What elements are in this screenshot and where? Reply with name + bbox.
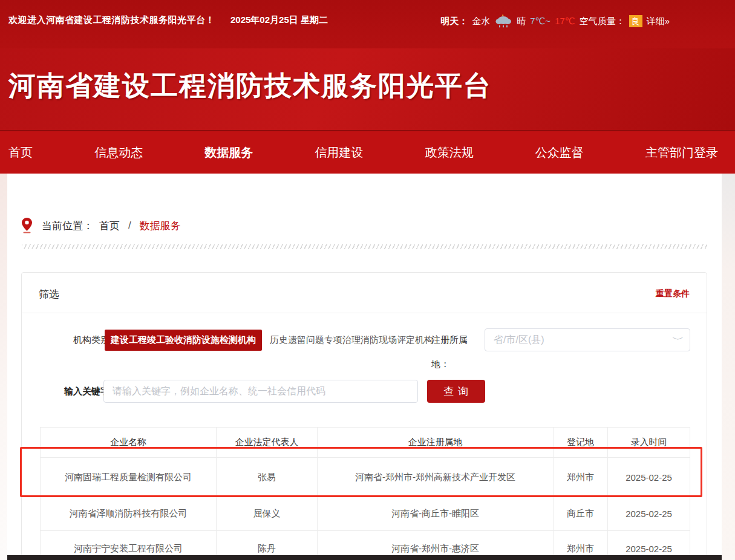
breadcrumb-home[interactable]: 首页 bbox=[99, 219, 120, 233]
column-header: 企业名称 bbox=[41, 428, 217, 458]
category-option-1[interactable]: 历史遗留问题专项治理消防现场评定机构 bbox=[270, 334, 433, 346]
temp-high: 17℃ bbox=[555, 16, 575, 27]
site-banner: 河南省建设工程消防技术服务阳光平台 bbox=[0, 48, 735, 130]
column-header: 企业法定代表人 bbox=[217, 428, 318, 458]
table-cell: 2025-02-25 bbox=[608, 458, 690, 497]
nav-item-4[interactable]: 政策法规 bbox=[425, 145, 474, 161]
nav-item-2[interactable]: 数据服务 bbox=[204, 145, 253, 161]
nav-item-0[interactable]: 首页 bbox=[8, 145, 33, 161]
weather-condition: 晴 bbox=[517, 16, 526, 27]
date-text: 2025年02月25日 星期二 bbox=[230, 15, 328, 26]
filter-card-header: 筛选 重置条件 bbox=[22, 273, 707, 313]
weather-detail-link[interactable]: 详细» bbox=[647, 16, 670, 27]
table-cell: 商丘市 bbox=[554, 497, 608, 531]
result-table: 企业名称企业法定代表人企业注册属地登记地录入时间 河南固瑞工程质量检测有限公司张… bbox=[40, 427, 690, 560]
table-cell: 河南固瑞工程质量检测有限公司 bbox=[41, 458, 217, 497]
region-select-placeholder: 省/市/区(县) bbox=[494, 334, 544, 347]
chevron-down-icon: ﹀ bbox=[672, 334, 684, 345]
weather-widget: 明天： 金水 晴 7℃~ 17℃ 空气质量： 良 详细» bbox=[440, 15, 670, 28]
cloud-rain-icon bbox=[494, 15, 512, 28]
filter-row-category: 机构类别： 建设工程竣工验收消防设施检测机构历史遗留问题专项治理消防现场评定机构… bbox=[22, 328, 708, 352]
table-cell: 张易 bbox=[217, 458, 318, 497]
column-header: 企业注册属地 bbox=[318, 428, 554, 458]
category-options: 建设工程竣工验收消防设施检测机构历史遗留问题专项治理消防现场评定机构 bbox=[105, 328, 433, 352]
table-cell: 河南省-郑州市-郑州高新技术产业开发区 bbox=[318, 458, 554, 497]
filter-card: 筛选 重置条件 机构类别： 建设工程竣工验收消防设施检测机构历史遗留问题专项治理… bbox=[21, 272, 707, 560]
category-option-0[interactable]: 建设工程竣工验收消防设施检测机构 bbox=[105, 330, 262, 351]
nav-item-6[interactable]: 主管部门登录 bbox=[645, 145, 718, 161]
nav-item-1[interactable]: 信息动态 bbox=[94, 145, 143, 161]
weather-tomorrow-label: 明天： bbox=[440, 16, 468, 27]
column-header: 录入时间 bbox=[608, 428, 690, 458]
right-edge-band bbox=[722, 174, 735, 560]
breadcrumb-current: 数据服务 bbox=[140, 219, 181, 233]
air-quality-label: 空气质量： bbox=[580, 16, 625, 27]
table-cell: 河南省-商丘市-睢阳区 bbox=[318, 497, 554, 531]
stripe-divider bbox=[22, 244, 708, 249]
region-label: 注册所属地： bbox=[431, 328, 485, 352]
breadcrumb: 当前位置： 首页 / 数据服务 bbox=[22, 218, 181, 233]
nav-item-3[interactable]: 信用建设 bbox=[315, 145, 363, 161]
reset-filters-link[interactable]: 重置条件 bbox=[656, 288, 690, 299]
welcome-text: 欢迎进入河南省建设工程消防技术服务阳光平台！ bbox=[8, 15, 215, 26]
region-select[interactable]: 省/市/区(县) ﹀ bbox=[485, 328, 690, 351]
nav-item-5[interactable]: 公众监督 bbox=[535, 145, 584, 161]
table-cell: 河南省泽顺消防科技有限公司 bbox=[41, 497, 217, 531]
table-cell: 郑州市 bbox=[554, 458, 608, 497]
result-table-head: 企业名称企业法定代表人企业注册属地登记地录入时间 bbox=[41, 428, 690, 458]
site-title: 河南省建设工程消防技术服务阳光平台 bbox=[8, 68, 492, 104]
search-button[interactable]: 查 询 bbox=[427, 380, 485, 403]
left-edge-band bbox=[0, 174, 7, 560]
breadcrumb-label: 当前位置： bbox=[42, 219, 93, 233]
filter-title: 筛选 bbox=[39, 287, 59, 301]
air-quality-badge: 良 bbox=[629, 15, 642, 27]
top-utility-bar: 欢迎进入河南省建设工程消防技术服务阳光平台！ 2025年02月25日 星期二 明… bbox=[0, 0, 735, 48]
category-label: 机构类别： bbox=[22, 328, 119, 352]
column-header: 登记地 bbox=[554, 428, 608, 458]
weather-district: 金水 bbox=[472, 16, 490, 27]
location-pin-icon bbox=[22, 218, 32, 233]
breadcrumb-separator: / bbox=[128, 220, 131, 232]
keyword-input[interactable] bbox=[103, 380, 418, 403]
filter-row-keyword: 输入关键字： 查 询 bbox=[22, 379, 708, 403]
table-cell: 2025-02-25 bbox=[608, 497, 690, 531]
result-table-body: 河南固瑞工程质量检测有限公司张易河南省-郑州市-郑州高新技术产业开发区郑州市20… bbox=[41, 458, 690, 560]
main-nav: 首页信息动态数据服务信用建设政策法规公众监督主管部门登录 bbox=[0, 130, 735, 174]
temp-low: 7℃~ bbox=[530, 16, 550, 27]
footer-edge-strip bbox=[7, 555, 722, 560]
table-row[interactable]: 河南省泽顺消防科技有限公司屈保义河南省-商丘市-睢阳区商丘市2025-02-25 bbox=[41, 497, 690, 531]
table-row[interactable]: 河南固瑞工程质量检测有限公司张易河南省-郑州市-郑州高新技术产业开发区郑州市20… bbox=[41, 458, 690, 497]
table-cell: 屈保义 bbox=[217, 497, 318, 531]
